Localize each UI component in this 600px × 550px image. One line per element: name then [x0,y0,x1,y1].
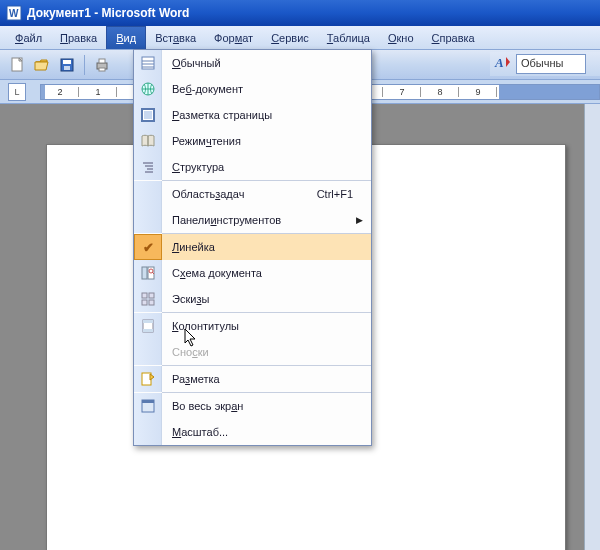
menu-item-label: Колонтитулы [162,320,371,332]
menu-item-линейка[interactable]: ✔Линейка [134,234,371,260]
svg-rect-26 [149,293,154,298]
svg-rect-16 [144,111,152,119]
web-layout-icon [134,76,162,102]
menu-item-label: Обычный [162,57,371,69]
menu-item-label: Эскизы [162,293,371,305]
toolbar-separator [84,55,85,75]
svg-rect-5 [64,66,70,70]
menu-правка[interactable]: Правка [51,26,106,49]
menu-item-во-весь-экран[interactable]: Во весь экран [134,393,371,419]
svg-rect-7 [99,59,105,63]
ruler-mark: 7 [383,85,421,99]
menu-item-обычный[interactable]: Обычный [134,50,371,76]
svg-rect-28 [149,300,154,305]
menu-справка[interactable]: Справка [423,26,484,49]
ruler-mark: 9 [459,85,497,99]
print-icon[interactable] [91,54,113,76]
menu-item-масштаб-[interactable]: Масштаб... [134,419,371,445]
menu-item-сноски: Сноски [134,339,371,365]
menu-item-эскизы[interactable]: Эскизы [134,286,371,312]
menu-таблица[interactable]: Таблица [318,26,379,49]
menu-item-label: Веб-документ [162,83,371,95]
menu-файл[interactable]: Файл [6,26,51,49]
new-doc-icon[interactable] [6,54,28,76]
menu-item-область-задач[interactable]: Область задачCtrl+F1 [134,181,371,207]
titlebar: W Документ1 - Microsoft Word [0,0,600,26]
reading-layout-icon [134,128,162,154]
submenu-arrow-icon: ▶ [356,215,363,225]
svg-rect-30 [143,320,153,323]
styles-icon[interactable]: A [494,54,512,74]
word-window: W Документ1 - Microsoft Word ФайлПравкаВ… [0,0,600,550]
thumbnails-icon [134,286,162,312]
svg-rect-27 [142,300,147,305]
menu-вид[interactable]: Вид [106,26,146,49]
menu-вставка[interactable]: Вставка [146,26,205,49]
fullscreen-icon [134,393,162,419]
check: ✔ [134,234,162,260]
window-title: Документ1 - Microsoft Word [27,6,189,20]
menu-icon-empty [134,419,162,445]
menu-item-веб-документ[interactable]: Веб-документ [134,76,371,102]
menu-item-label: Масштаб... [162,426,371,438]
header-footer-icon [134,313,162,339]
menu-icon-empty [134,339,162,365]
menu-item-схема-документа[interactable]: Схема документа [134,260,371,286]
word-app-icon: W [6,5,22,21]
menu-icon-empty [134,181,162,207]
svg-rect-4 [63,60,71,64]
print-layout-icon [134,102,162,128]
menubar: ФайлПравкаВидВставкаФорматСервисТаблицаО… [0,26,600,50]
menu-item-label: Панели инструментов [162,214,371,226]
menu-item-панели-инструментов[interactable]: Панели инструментов▶ [134,207,371,233]
menu-item-label: Режим чтения [162,135,371,147]
svg-text:W: W [9,8,19,19]
docmap-icon [134,260,162,286]
ruler-mark: 8 [421,85,459,99]
svg-text:A: A [494,55,504,70]
menu-icon-empty [134,207,162,233]
menu-item-разметка[interactable]: Разметка [134,366,371,392]
view-menu-dropdown: ОбычныйВеб-документРазметка страницыРежи… [133,49,372,446]
svg-rect-31 [143,329,153,332]
menu-item-разметка-страницы[interactable]: Разметка страницы [134,102,371,128]
normal-view-icon [134,50,162,76]
menu-окно[interactable]: Окно [379,26,423,49]
menu-item-структура[interactable]: Структура [134,154,371,180]
style-selector-group: A Обычны [490,52,600,76]
svg-rect-21 [142,267,147,279]
menu-item-режим-чтения[interactable]: Режим чтения [134,128,371,154]
menu-item-label: Линейка [162,241,371,253]
ruler-mark: 2 [41,85,79,99]
menu-item-колонтитулы[interactable]: Колонтитулы [134,313,371,339]
markup-icon [134,366,162,392]
style-dropdown[interactable]: Обычны [516,54,586,74]
menu-сервис[interactable]: Сервис [262,26,318,49]
menu-item-label: Сноски [162,346,371,358]
menu-item-label: Разметка страницы [162,109,371,121]
menu-item-label: Разметка [162,373,371,385]
svg-rect-34 [142,400,154,403]
menu-shortcut: Ctrl+F1 [317,188,371,200]
open-icon[interactable] [31,54,53,76]
svg-rect-8 [99,68,105,71]
menu-item-label: Во весь экран [162,400,371,412]
outline-icon [134,154,162,180]
menu-item-label: Схема документа [162,267,371,279]
menu-item-label: Область задач [162,188,317,200]
vertical-scrollbar[interactable] [584,104,600,550]
svg-rect-25 [142,293,147,298]
save-icon[interactable] [56,54,78,76]
tab-selector[interactable]: L [8,83,26,101]
menu-формат[interactable]: Формат [205,26,262,49]
ruler-mark: 1 [79,85,117,99]
menu-item-label: Структура [162,161,371,173]
